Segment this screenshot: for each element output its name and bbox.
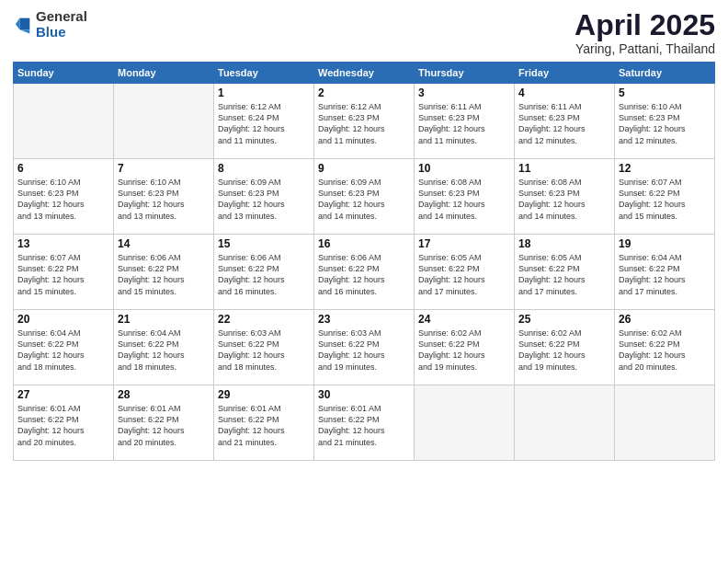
calendar-day-cell: 8Sunrise: 6:09 AM Sunset: 6:23 PM Daylig…	[214, 159, 314, 235]
day-info: Sunrise: 6:06 AM Sunset: 6:22 PM Dayligh…	[318, 252, 410, 297]
calendar-day-cell: 13Sunrise: 6:07 AM Sunset: 6:22 PM Dayli…	[14, 235, 114, 310]
day-info: Sunrise: 6:10 AM Sunset: 6:23 PM Dayligh…	[17, 177, 109, 222]
day-info: Sunrise: 6:04 AM Sunset: 6:22 PM Dayligh…	[17, 327, 109, 373]
day-info: Sunrise: 6:11 AM Sunset: 6:23 PM Dayligh…	[418, 101, 510, 146]
day-info: Sunrise: 6:11 AM Sunset: 6:23 PM Dayligh…	[518, 101, 610, 146]
calendar-day-cell: 17Sunrise: 6:05 AM Sunset: 6:22 PM Dayli…	[415, 235, 515, 310]
day-info: Sunrise: 6:12 AM Sunset: 6:23 PM Dayligh…	[318, 101, 410, 146]
day-number: 23	[318, 313, 410, 326]
calendar-day-cell: 24Sunrise: 6:02 AM Sunset: 6:22 PM Dayli…	[415, 310, 515, 385]
calendar-day-cell: 15Sunrise: 6:06 AM Sunset: 6:22 PM Dayli…	[214, 235, 314, 310]
day-info: Sunrise: 6:07 AM Sunset: 6:22 PM Dayligh…	[619, 177, 711, 222]
day-number: 26	[619, 313, 711, 326]
calendar-week-row: 20Sunrise: 6:04 AM Sunset: 6:22 PM Dayli…	[14, 310, 715, 385]
day-info: Sunrise: 6:06 AM Sunset: 6:22 PM Dayligh…	[118, 252, 210, 297]
month-title: April 2025	[574, 9, 715, 41]
day-info: Sunrise: 6:04 AM Sunset: 6:22 PM Dayligh…	[118, 327, 210, 373]
calendar-day-cell: 14Sunrise: 6:06 AM Sunset: 6:22 PM Dayli…	[114, 235, 214, 310]
calendar-day-cell: 20Sunrise: 6:04 AM Sunset: 6:22 PM Dayli…	[14, 310, 114, 385]
calendar-day-cell: 18Sunrise: 6:05 AM Sunset: 6:22 PM Dayli…	[515, 235, 615, 310]
day-number: 27	[17, 388, 109, 401]
day-info: Sunrise: 6:05 AM Sunset: 6:22 PM Dayligh…	[518, 252, 610, 297]
calendar-week-row: 1Sunrise: 6:12 AM Sunset: 6:24 PM Daylig…	[14, 84, 715, 159]
day-number: 21	[118, 313, 210, 326]
day-info: Sunrise: 6:01 AM Sunset: 6:22 PM Dayligh…	[318, 403, 410, 448]
logo-icon	[13, 15, 33, 35]
day-info: Sunrise: 6:10 AM Sunset: 6:23 PM Dayligh…	[118, 177, 210, 222]
day-number: 25	[518, 313, 610, 326]
calendar-day-cell	[415, 385, 515, 461]
day-number: 18	[518, 237, 610, 250]
calendar-day-cell: 4Sunrise: 6:11 AM Sunset: 6:23 PM Daylig…	[515, 84, 615, 159]
logo: General Blue	[13, 9, 87, 40]
logo-general: General	[36, 9, 87, 25]
calendar-day-cell: 29Sunrise: 6:01 AM Sunset: 6:22 PM Dayli…	[214, 385, 314, 461]
logo-text: General Blue	[36, 9, 87, 40]
day-number: 28	[118, 388, 210, 401]
day-info: Sunrise: 6:09 AM Sunset: 6:23 PM Dayligh…	[218, 177, 310, 222]
day-info: Sunrise: 6:09 AM Sunset: 6:23 PM Dayligh…	[318, 177, 410, 222]
day-number: 15	[218, 237, 310, 250]
day-number: 16	[318, 237, 410, 250]
calendar-day-cell: 23Sunrise: 6:03 AM Sunset: 6:22 PM Dayli…	[314, 310, 415, 385]
day-info: Sunrise: 6:02 AM Sunset: 6:22 PM Dayligh…	[619, 327, 711, 373]
day-number: 19	[619, 237, 711, 250]
day-info: Sunrise: 6:05 AM Sunset: 6:22 PM Dayligh…	[418, 252, 510, 297]
day-number: 22	[218, 313, 310, 326]
calendar-day-cell: 7Sunrise: 6:10 AM Sunset: 6:23 PM Daylig…	[114, 159, 214, 235]
day-info: Sunrise: 6:12 AM Sunset: 6:24 PM Dayligh…	[218, 101, 310, 146]
day-number: 10	[418, 162, 510, 175]
day-info: Sunrise: 6:04 AM Sunset: 6:22 PM Dayligh…	[619, 252, 711, 297]
calendar-day-cell: 22Sunrise: 6:03 AM Sunset: 6:22 PM Dayli…	[214, 310, 314, 385]
day-info: Sunrise: 6:02 AM Sunset: 6:22 PM Dayligh…	[518, 327, 610, 373]
day-info: Sunrise: 6:07 AM Sunset: 6:22 PM Dayligh…	[17, 252, 109, 297]
calendar-day-header: Tuesday	[214, 63, 314, 84]
day-number: 5	[619, 86, 711, 99]
calendar-day-header: Thursday	[415, 63, 515, 84]
day-number: 14	[118, 237, 210, 250]
day-info: Sunrise: 6:01 AM Sunset: 6:22 PM Dayligh…	[218, 403, 310, 448]
calendar-day-header: Sunday	[14, 63, 114, 84]
calendar-day-cell	[114, 84, 214, 159]
day-info: Sunrise: 6:03 AM Sunset: 6:22 PM Dayligh…	[318, 327, 410, 373]
day-number: 1	[218, 86, 310, 99]
day-info: Sunrise: 6:08 AM Sunset: 6:23 PM Dayligh…	[418, 177, 510, 222]
day-number: 20	[17, 313, 109, 326]
logo-blue: Blue	[36, 25, 87, 40]
day-number: 29	[218, 388, 310, 401]
calendar-day-cell: 1Sunrise: 6:12 AM Sunset: 6:24 PM Daylig…	[214, 84, 314, 159]
calendar-day-cell: 2Sunrise: 6:12 AM Sunset: 6:23 PM Daylig…	[314, 84, 415, 159]
header: General Blue April 2025 Yaring, Pattani,…	[13, 9, 715, 56]
day-info: Sunrise: 6:06 AM Sunset: 6:22 PM Dayligh…	[218, 252, 310, 297]
calendar-week-row: 13Sunrise: 6:07 AM Sunset: 6:22 PM Dayli…	[14, 235, 715, 310]
calendar-day-cell: 26Sunrise: 6:02 AM Sunset: 6:22 PM Dayli…	[615, 310, 715, 385]
day-number: 13	[17, 237, 109, 250]
day-number: 17	[418, 237, 510, 250]
calendar-day-cell	[615, 385, 715, 461]
day-number: 7	[118, 162, 210, 175]
calendar-day-cell	[515, 385, 615, 461]
day-info: Sunrise: 6:10 AM Sunset: 6:23 PM Dayligh…	[619, 101, 711, 146]
calendar-day-cell: 30Sunrise: 6:01 AM Sunset: 6:22 PM Dayli…	[314, 385, 415, 461]
day-number: 6	[17, 162, 109, 175]
day-info: Sunrise: 6:08 AM Sunset: 6:23 PM Dayligh…	[518, 177, 610, 222]
calendar-day-cell: 27Sunrise: 6:01 AM Sunset: 6:22 PM Dayli…	[14, 385, 114, 461]
calendar-week-row: 27Sunrise: 6:01 AM Sunset: 6:22 PM Dayli…	[14, 385, 715, 461]
calendar-day-cell: 5Sunrise: 6:10 AM Sunset: 6:23 PM Daylig…	[615, 84, 715, 159]
location-subtitle: Yaring, Pattani, Thailand	[574, 41, 715, 56]
calendar-header-row: SundayMondayTuesdayWednesdayThursdayFrid…	[14, 63, 715, 84]
calendar-day-cell: 19Sunrise: 6:04 AM Sunset: 6:22 PM Dayli…	[615, 235, 715, 310]
calendar-day-header: Wednesday	[314, 63, 415, 84]
calendar-day-cell: 3Sunrise: 6:11 AM Sunset: 6:23 PM Daylig…	[415, 84, 515, 159]
day-info: Sunrise: 6:01 AM Sunset: 6:22 PM Dayligh…	[118, 403, 210, 448]
page: General Blue April 2025 Yaring, Pattani,…	[0, 0, 728, 563]
day-number: 2	[318, 86, 410, 99]
calendar-day-header: Monday	[114, 63, 214, 84]
calendar-day-cell: 16Sunrise: 6:06 AM Sunset: 6:22 PM Dayli…	[314, 235, 415, 310]
svg-marker-1	[19, 29, 29, 33]
day-number: 11	[518, 162, 610, 175]
calendar-week-row: 6Sunrise: 6:10 AM Sunset: 6:23 PM Daylig…	[14, 159, 715, 235]
day-number: 3	[418, 86, 510, 99]
calendar-day-cell: 6Sunrise: 6:10 AM Sunset: 6:23 PM Daylig…	[14, 159, 114, 235]
svg-marker-2	[16, 17, 19, 29]
